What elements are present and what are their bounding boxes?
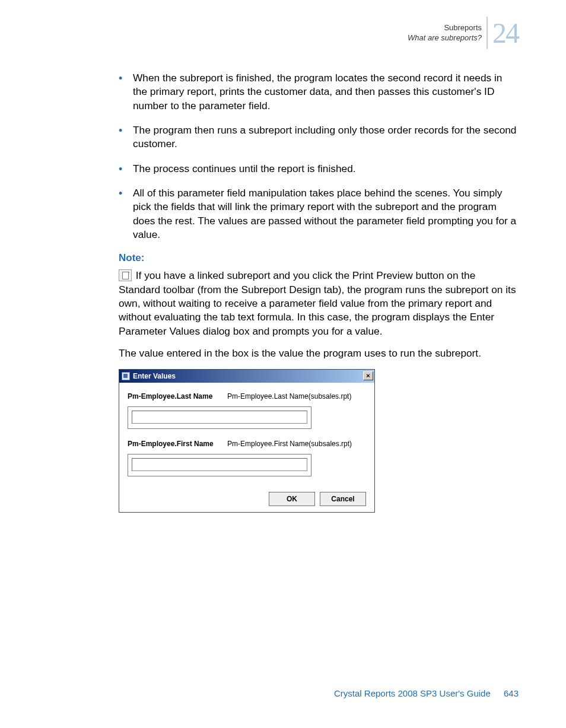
- footer-title: Crystal Reports 2008 SP3 User's Guide: [334, 688, 491, 698]
- list-item: When the subreport is finished, the prog…: [119, 71, 519, 113]
- ok-button[interactable]: OK: [269, 492, 315, 506]
- app-icon: [122, 372, 130, 380]
- field-label: Pm-Employee.Last Name: [128, 392, 227, 400]
- content-area: When the subreport is finished, the prog…: [47, 0, 519, 513]
- dialog-screenshot: Enter Values × Pm-Employee.Last Name Pm-…: [119, 369, 375, 513]
- header-line1: Subreports: [408, 23, 482, 33]
- field-label: Pm-Employee.First Name: [128, 440, 227, 448]
- field-row: Pm-Employee.First Name Pm-Employee.First…: [128, 440, 366, 448]
- bullet-list: When the subreport is finished, the prog…: [119, 71, 519, 241]
- last-name-input[interactable]: [132, 411, 307, 424]
- first-name-input[interactable]: [132, 458, 307, 471]
- dialog-body: Pm-Employee.Last Name Pm-Employee.Last N…: [119, 383, 374, 512]
- page-footer: Crystal Reports 2008 SP3 User's Guide 64…: [334, 688, 519, 698]
- header-line2: What are subreports?: [408, 33, 482, 43]
- dialog-titlebar: Enter Values ×: [119, 370, 374, 383]
- list-item: All of this parameter field manipulation…: [119, 186, 519, 241]
- footer-page: 643: [504, 688, 519, 698]
- dialog-button-row: OK Cancel: [128, 487, 366, 506]
- chapter-number: 24: [486, 17, 519, 49]
- field-input-frame: [128, 454, 311, 476]
- field-input-frame: [128, 406, 311, 429]
- print-preview-icon: [119, 269, 132, 281]
- close-button[interactable]: ×: [363, 371, 373, 380]
- cancel-button[interactable]: Cancel: [320, 492, 366, 506]
- paragraph: The value entered in the box is the valu…: [119, 346, 519, 360]
- note-text: If you have a linked subreport and you c…: [119, 269, 516, 336]
- field-row: Pm-Employee.Last Name Pm-Employee.Last N…: [128, 392, 366, 400]
- header-text: Subreports What are subreports?: [408, 23, 482, 43]
- list-item: The process continues until the report i…: [119, 162, 519, 176]
- note-label: Note:: [119, 252, 519, 264]
- page-header: Subreports What are subreports? 24: [408, 17, 519, 49]
- field-block: Pm-Employee.First Name Pm-Employee.First…: [128, 440, 366, 476]
- field-description: Pm-Employee.Last Name(subsales.rpt): [227, 392, 351, 400]
- list-item: The program then runs a subreport includ…: [119, 123, 519, 151]
- note-body: If you have a linked subreport and you c…: [119, 269, 519, 338]
- field-block: Pm-Employee.Last Name Pm-Employee.Last N…: [128, 392, 366, 429]
- field-description: Pm-Employee.First Name(subsales.rpt): [227, 440, 352, 448]
- enter-values-dialog: Enter Values × Pm-Employee.Last Name Pm-…: [119, 369, 375, 513]
- dialog-title: Enter Values: [133, 372, 363, 380]
